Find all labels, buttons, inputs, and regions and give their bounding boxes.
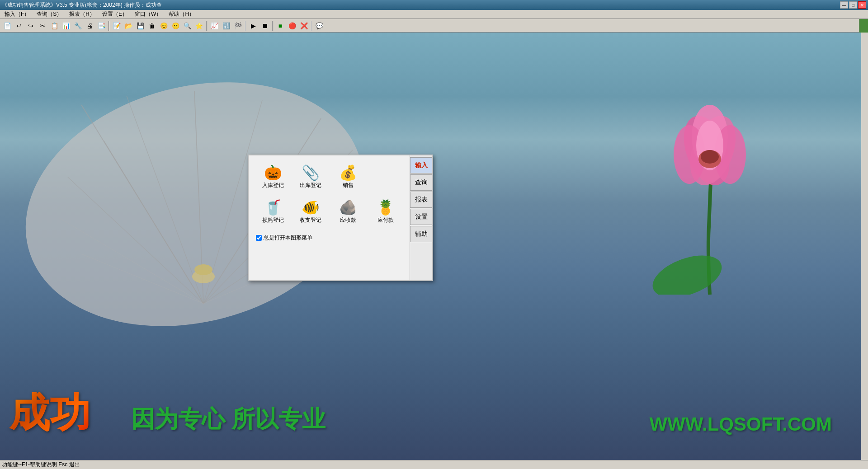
logo-area: 成功 [9,392,90,433]
status-bar: 功能键--F1-帮助键说明 Esc 退出 [0,460,868,469]
menu-window[interactable]: 窗口（W） [131,9,165,19]
website-area: WWW.LQSOFT.COM [649,413,832,435]
toolbar-btn-15[interactable]: 😐 [170,20,181,31]
toolbar-btn-7[interactable]: 🔧 [72,20,83,31]
toolbar-btn-6[interactable]: 📊 [61,20,71,31]
payable-icon: 🍍 [377,200,395,215]
toolbar-separator-5 [311,21,312,31]
cashflow-label: 收支登记 [300,216,321,224]
svg-point-14 [194,264,212,275]
cashflow-icon: 🐠 [302,200,320,215]
restore-button[interactable]: □ [849,1,857,9]
minimize-button[interactable]: — [840,1,848,9]
toolbar-btn-5[interactable]: 📋 [49,20,60,31]
close-button[interactable]: ✕ [858,1,866,9]
payable-label: 应付款 [377,216,394,224]
slogan-text: 因为专心 所以专业 [131,406,326,432]
toolbar-separator-2 [206,21,207,31]
sidebar-input-button[interactable]: 输入 [410,157,432,174]
always-open-label[interactable]: 总是打开本图形菜单 [264,234,312,242]
instock-icon: 🎃 [264,165,282,180]
checkbox-row: 总是打开本图形菜单 [254,234,404,242]
toolbar-btn-10[interactable]: 📝 [111,20,122,31]
toolbar-btn-20[interactable]: 🏁 [232,20,243,31]
slogan-area: 因为专心 所以专业 [131,403,326,435]
menu-bar: 输入（F） 查询（S） 报表（R） 设置（E） 窗口（W） 帮助（H） [0,10,868,19]
menu-input[interactable]: 输入（F） [1,9,33,19]
cashflow-icon-item[interactable]: 🐠 收支登记 [292,197,329,227]
right-scroll-indicator [861,33,868,460]
outstock-label: 出库登记 [300,182,321,189]
menu-settings[interactable]: 设置（E） [99,9,131,19]
toolbar-btn-9[interactable]: 📑 [96,20,107,31]
toolbar-btn-1[interactable]: 📄 [2,20,13,31]
toolbar-btn-26[interactable]: 💬 [314,20,325,31]
status-text: 功能键--F1-帮助键说明 Esc 退出 [2,461,80,469]
color-indicator [859,19,868,33]
payable-icon-item[interactable]: 🍍 应付款 [367,197,404,227]
toolbar-btn-25[interactable]: ❌ [298,20,309,31]
toolbar-btn-13[interactable]: 🗑 [146,20,157,31]
sidebar-query-button[interactable]: 查询 [410,174,432,191]
toolbar: 📄 ↩ ↪ ✂ 📋 📊 🔧 🖨 📑 📝 📂 💾 🗑 😊 😐 🔍 ⭐ 📈 🔢 🏁 … [0,19,868,33]
receivable-label: 应收款 [340,216,356,224]
toolbar-btn-12[interactable]: 💾 [135,20,146,31]
toolbar-btn-23[interactable]: ■ [275,20,286,31]
loss-icon-item[interactable]: 🥤 损耗登记 [254,197,292,227]
toolbar-btn-4[interactable]: ✂ [37,20,48,31]
always-open-checkbox[interactable] [256,235,262,241]
loss-label: 损耗登记 [262,216,284,224]
popup-icons-area: 🎃 入库登记 📎 出库登记 💰 销售 🥤 损耗登记 🐠 收支 [249,155,410,280]
row1-empty [367,163,404,192]
outstock-icon-item[interactable]: 📎 出库登记 [292,163,329,192]
menu-query[interactable]: 查询（S） [33,9,66,19]
toolbar-btn-11[interactable]: 📂 [123,20,134,31]
receivable-icon: 🪨 [339,200,357,215]
sales-label: 销售 [343,182,354,189]
menu-help[interactable]: 帮助（H） [165,9,198,19]
window-title: 《成功销售管理系统》V3.5 专业版(帐套：2002年) 操作员：成功查 [2,1,162,9]
logo-text: 成功 [9,392,90,433]
toolbar-btn-22[interactable]: ⏹ [259,20,270,31]
svg-point-15 [647,247,727,295]
row-spacer [254,192,404,197]
toolbar-btn-3[interactable]: ↪ [25,20,36,31]
toolbar-separator-3 [245,21,246,31]
sales-icon: 💰 [339,165,357,180]
main-content: 🎃 入库登记 📎 出库登记 💰 销售 🥤 损耗登记 🐠 收支 [0,33,868,460]
toolbar-btn-24[interactable]: 🔴 [287,20,297,31]
toolbar-separator-4 [272,21,273,31]
popup-sidebar: 输入 查询 报表 设置 辅助 [410,155,432,280]
toolbar-btn-14[interactable]: 😊 [158,20,169,31]
window-controls: — □ ✕ [840,1,866,9]
receivable-icon-item[interactable]: 🪨 应收款 [329,197,367,227]
popup-dialog: 🎃 入库登记 📎 出库登记 💰 销售 🥤 损耗登记 🐠 收支 [248,155,433,281]
toolbar-btn-17[interactable]: ⭐ [193,20,204,31]
sidebar-settings-button[interactable]: 设置 [410,209,432,225]
title-bar: 《成功销售管理系统》V3.5 专业版(帐套：2002年) 操作员：成功查 — □… [0,0,868,10]
toolbar-btn-21[interactable]: ▶ [248,20,259,31]
toolbar-btn-19[interactable]: 🔢 [221,20,231,31]
svg-point-23 [701,150,719,164]
sidebar-report-button[interactable]: 报表 [410,192,432,208]
instock-label: 入库登记 [262,182,284,189]
toolbar-btn-2[interactable]: ↩ [14,20,24,31]
outstock-icon: 📎 [302,165,320,180]
toolbar-btn-8[interactable]: 🖨 [84,20,95,31]
sales-icon-item[interactable]: 💰 销售 [329,163,367,192]
toolbar-btn-18[interactable]: 📈 [209,20,220,31]
sidebar-aux-button[interactable]: 辅助 [410,226,432,242]
lotus-flower [642,69,778,295]
toolbar-btn-16[interactable]: 🔍 [182,20,193,31]
toolbar-separator-1 [108,21,109,31]
website-text: WWW.LQSOFT.COM [649,413,832,435]
menu-report[interactable]: 报表（R） [66,9,99,19]
instock-icon-item[interactable]: 🎃 入库登记 [254,163,292,192]
loss-icon: 🥤 [264,200,282,215]
